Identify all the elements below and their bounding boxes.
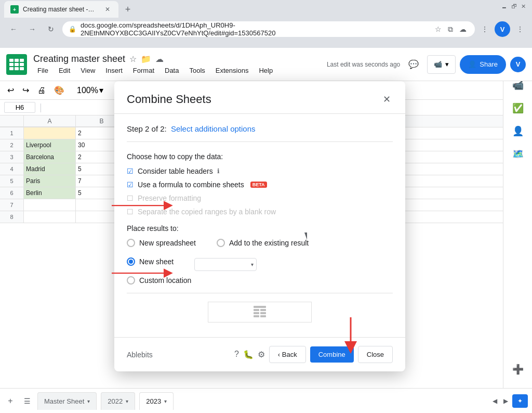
spreadsheet-title[interactable]: Creating master sheet — [33, 54, 125, 64]
svg-rect-4 — [260, 312, 266, 314]
cell-a1[interactable] — [24, 127, 76, 139]
side-icon-maps[interactable]: 🗺️ — [508, 144, 528, 164]
share-button[interactable]: 👤 Share — [460, 55, 506, 74]
meet-dropdown-icon: ▾ — [445, 60, 449, 68]
settings-icon[interactable]: ⚙ — [258, 350, 265, 359]
side-icon-contacts[interactable]: 👤 — [508, 121, 528, 141]
checkbox-formula-label[interactable]: Use a formula to combine sheets — [138, 180, 244, 189]
url-bar[interactable]: 🔒 docs.google.com/spreadsheets/d/1DHAph_… — [62, 21, 475, 37]
undo-button[interactable]: ↩ — [4, 83, 17, 97]
window-controls: 🗕 🗗 ✕ — [501, 3, 526, 10]
user-avatar[interactable]: V — [510, 57, 526, 72]
checkbox-formatting-label[interactable]: Preserve formatting — [138, 194, 201, 202]
cell-a4[interactable]: Madrid — [24, 163, 76, 175]
zoom-control[interactable]: 100% ▾ — [74, 83, 107, 97]
comments-button[interactable]: 💬 — [404, 55, 423, 74]
profile-button[interactable]: V — [495, 21, 510, 37]
bookmark-icon[interactable]: ☆ — [433, 24, 444, 35]
menu-help[interactable]: Help — [255, 66, 277, 75]
cell-a5[interactable]: Paris — [24, 175, 76, 187]
checkbox-headers-label[interactable]: Consider table headers — [138, 167, 213, 175]
meet-button[interactable]: 📹 ▾ — [427, 55, 456, 74]
explore-button[interactable]: ✦ — [512, 394, 528, 408]
row-number: 2 — [0, 139, 24, 151]
svg-rect-3 — [254, 312, 259, 314]
forward-button[interactable]: → — [25, 22, 39, 36]
col-header-a[interactable]: A — [24, 115, 76, 127]
cell-a8[interactable] — [24, 211, 76, 223]
radio-new-sheet[interactable] — [127, 257, 135, 266]
radio-custom[interactable] — [127, 276, 135, 285]
close-button[interactable]: ✕ — [521, 3, 526, 10]
close-button[interactable]: Close — [358, 346, 393, 363]
section1-label: Choose how to copy the data: — [127, 152, 393, 161]
sheet-menu-button[interactable]: ☰ — [21, 395, 33, 407]
menu-extensions[interactable]: Extensions — [211, 66, 253, 75]
radio-existing-label[interactable]: Add to the existing result — [229, 239, 309, 247]
section2-label: Place results to: — [127, 224, 393, 233]
info-icon-headers[interactable]: ℹ — [217, 167, 220, 175]
formula-separator: | — [39, 102, 42, 113]
copy-url-icon[interactable]: ⧉ — [446, 24, 455, 35]
tab-close-button[interactable]: ✕ — [103, 5, 112, 14]
sheet-dropdown[interactable] — [194, 258, 257, 271]
scroll-right-button[interactable]: ▶ — [501, 395, 510, 407]
cell-a7[interactable] — [24, 199, 76, 211]
reload-button[interactable]: ↻ — [44, 22, 58, 36]
new-tab-button[interactable]: + — [121, 2, 135, 17]
back-button[interactable]: ‹ Back — [269, 346, 306, 363]
menu-format[interactable]: Format — [129, 66, 158, 75]
checkbox-headers-icon[interactable]: ☑ — [127, 167, 134, 175]
redo-button[interactable]: ↪ — [19, 83, 32, 97]
combine-button[interactable]: Combine — [310, 346, 354, 363]
side-icon-tasks[interactable]: ✅ — [508, 98, 528, 119]
chrome-menu-button[interactable]: ⋮ — [514, 23, 526, 35]
cloud-save-icon[interactable]: ☁ — [155, 54, 164, 64]
menu-data[interactable]: Data — [161, 66, 183, 75]
menu-tools[interactable]: Tools — [185, 66, 209, 75]
print-button[interactable]: 🖨 — [34, 83, 49, 97]
cell-a6[interactable]: Berlin — [24, 187, 76, 199]
cell-a2[interactable]: Liverpool — [24, 139, 76, 151]
menu-insert[interactable]: Insert — [101, 66, 127, 75]
folder-icon[interactable]: 📁 — [141, 54, 151, 64]
back-button[interactable]: ← — [6, 22, 21, 36]
sheet-tab-master[interactable]: Master Sheet ▾ — [37, 392, 97, 410]
maximize-button[interactable]: 🗗 — [511, 3, 517, 10]
sheet-tab-2023[interactable]: 2023 ▾ — [139, 392, 174, 410]
side-icon-add[interactable]: ➕ — [508, 359, 528, 380]
checkbox-formatting-icon[interactable]: ☐ — [127, 194, 134, 202]
cloud-icon[interactable]: ☁ — [457, 24, 469, 35]
cell-a3[interactable]: Barcelona — [24, 151, 76, 163]
menu-view[interactable]: View — [76, 66, 99, 75]
star-icon[interactable]: ☆ — [129, 54, 137, 64]
checkbox-formula-icon[interactable]: ☑ — [127, 180, 134, 189]
radio-dot — [129, 260, 133, 264]
extensions-button[interactable]: ⋮ — [479, 23, 490, 35]
dialog-close-button[interactable]: ✕ — [381, 92, 393, 107]
zoom-dropdown-icon: ▾ — [99, 85, 103, 95]
app-bar-right: Last edit was seconds ago 💬 📹 ▾ 👤 Share … — [327, 55, 526, 74]
bug-icon[interactable]: 🐛 — [243, 350, 254, 359]
menu-edit[interactable]: Edit — [55, 66, 74, 75]
sheet-tab-2022[interactable]: 2022 ▾ — [101, 392, 135, 410]
minimize-button[interactable]: 🗕 — [501, 3, 507, 10]
help-icon[interactable]: ? — [234, 350, 239, 359]
radio-row-new-sheet: New sheet — [127, 257, 174, 266]
checkbox-separate-icon[interactable]: ☐ — [127, 208, 134, 216]
svg-rect-6 — [260, 315, 266, 317]
radio-new-spreadsheet[interactable] — [127, 239, 135, 247]
radio-custom-label[interactable]: Custom location — [139, 276, 191, 285]
active-tab[interactable]: + Creating master sheet - Google ... ✕ — [4, 1, 118, 18]
add-sheet-button[interactable]: + — [4, 395, 17, 407]
radio-existing[interactable] — [217, 239, 225, 247]
radio-new-sheet-label[interactable]: New sheet — [139, 257, 174, 266]
beta-badge: BETA — [250, 182, 267, 188]
row-number: 3 — [0, 151, 24, 163]
scroll-left-button[interactable]: ◀ — [490, 395, 499, 407]
cell-reference-input[interactable]: H6 — [4, 102, 35, 113]
paint-format-button[interactable]: 🎨 — [51, 83, 68, 97]
checkbox-separate-label[interactable]: Separate the copied ranges by a blank ro… — [138, 208, 276, 216]
menu-file[interactable]: File — [33, 66, 52, 75]
radio-new-spreadsheet-label[interactable]: New spreadsheet — [139, 239, 196, 247]
